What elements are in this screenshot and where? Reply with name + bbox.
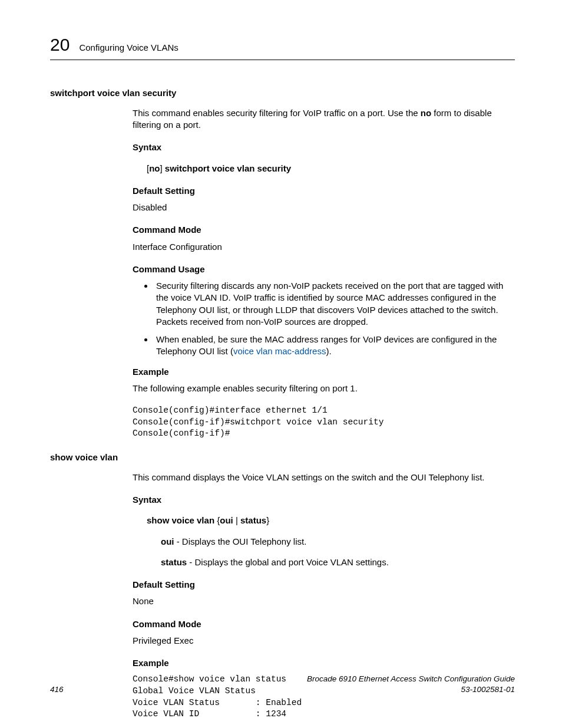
param-line: status - Displays the global and port Vo… [161, 556, 515, 568]
usage-list: Security filtering discards any non-VoIP… [133, 280, 515, 358]
example-code: Console(config)#interface ethernet 1/1 C… [133, 405, 515, 440]
page-header: 20 Configuring Voice VLANs [50, 33, 515, 60]
chapter-number: 20 [50, 33, 70, 57]
mode-value: Interface Configuration [133, 241, 515, 253]
chapter-title: Configuring Voice VLANs [79, 42, 178, 54]
cross-ref-link[interactable]: voice vlan mac-address [233, 346, 326, 356]
syntax-line: [no] switchport voice vlan security [147, 163, 515, 174]
command-heading: show voice vlan [50, 452, 515, 463]
example-label: Example [133, 657, 515, 669]
example-description: The following example enables security f… [133, 383, 515, 394]
default-value: None [133, 595, 515, 607]
default-label: Default Setting [133, 185, 515, 197]
command-description: This command enables security filtering … [133, 107, 515, 131]
usage-item: When enabled, be sure the MAC address ra… [154, 334, 515, 358]
mode-label: Command Mode [133, 224, 515, 236]
command-heading: switchport voice vlan security [50, 87, 515, 99]
mode-value: Privileged Exec [133, 635, 515, 647]
command-body: This command enables security filtering … [133, 107, 515, 440]
page-number: 416 [50, 684, 64, 695]
footer-doc-info: Brocade 6910 Ethernet Access Switch Conf… [307, 674, 515, 695]
example-label: Example [133, 366, 515, 378]
param-line: oui - Displays the OUI Telephony list. [161, 536, 515, 548]
default-value: Disabled [133, 202, 515, 213]
page-content: 20 Configuring Voice VLANs switchport vo… [0, 0, 562, 720]
page-footer: 416 Brocade 6910 Ethernet Access Switch … [50, 674, 515, 695]
syntax-label: Syntax [133, 141, 515, 153]
usage-item: Security filtering discards any non-VoIP… [154, 280, 515, 328]
syntax-label: Syntax [133, 494, 515, 506]
mode-label: Command Mode [133, 618, 515, 630]
syntax-line: show voice vlan {oui | status} [147, 515, 515, 526]
command-description: This command displays the Voice VLAN set… [133, 472, 515, 483]
default-label: Default Setting [133, 579, 515, 591]
usage-label: Command Usage [133, 263, 515, 275]
